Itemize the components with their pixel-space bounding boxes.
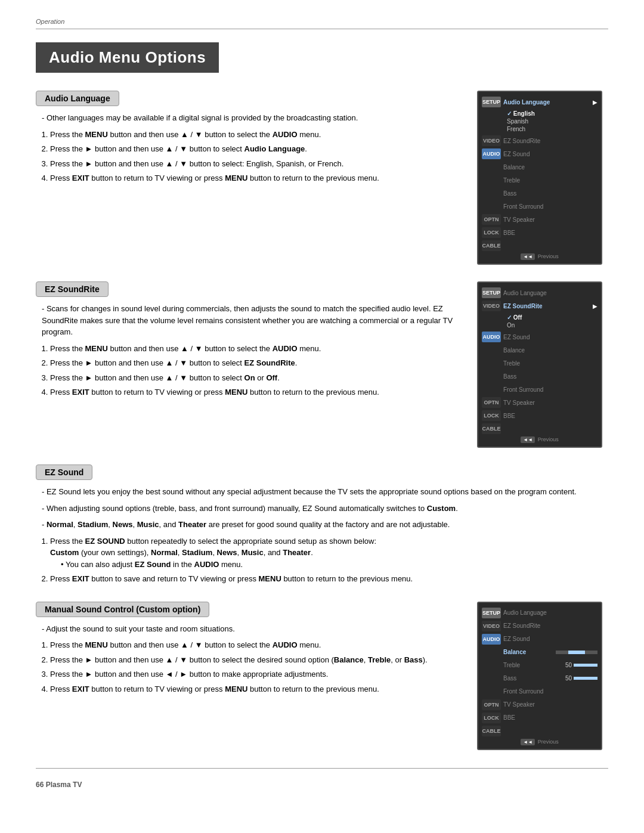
cable-icon: CABLE xyxy=(482,726,501,736)
tv-menu-value: 50 xyxy=(565,675,572,682)
tv-menu-label: EZ SoundRite xyxy=(503,303,589,309)
blank-icon xyxy=(482,358,501,368)
list-item: Press EXIT button to save and return to … xyxy=(50,573,608,585)
blank-icon xyxy=(482,162,501,172)
blank-icon xyxy=(482,371,501,382)
list-item: Press the ► button and then use ▲ / ▼ bu… xyxy=(50,372,459,384)
tv-menu-row: Balance xyxy=(478,160,601,174)
top-divider xyxy=(36,29,608,29)
tv-submenu-item: French xyxy=(507,125,535,133)
tv-menu-label: EZ SoundRite xyxy=(503,138,597,144)
prev-btn: ◄◄ xyxy=(521,739,535,745)
prev-btn: ◄◄ xyxy=(521,253,535,260)
tv-menu-row: CABLE xyxy=(478,422,601,435)
manual-sound-menu-image: SETUP Audio Language VIDEO EZ SoundRite … xyxy=(477,602,608,750)
ez-sound-bullet-1: EZ Sound lets you enjoy the best sound w… xyxy=(42,486,608,498)
tv-menu-label: TV Speaker xyxy=(503,400,597,406)
tv-menu-row: OPTN TV Speaker xyxy=(478,396,601,409)
tv-menu-row: SETUP Audio Language xyxy=(478,606,601,620)
audio-language-steps: Press the MENU button and then use ▲ / ▼… xyxy=(48,129,459,184)
tv-menu-label: Balance xyxy=(503,164,597,171)
tv-menu-row: Treble xyxy=(478,357,601,370)
tv-prev: ◄◄ Previous xyxy=(478,435,601,443)
list-item: Press EXIT button to return to TV viewin… xyxy=(50,683,459,695)
ez-soundrite-section: EZ SoundRite Scans for changes in sound … xyxy=(36,281,608,448)
tv-menu-value: ▶ xyxy=(593,99,597,106)
video-icon: VIDEO xyxy=(482,301,501,311)
ez-soundrite-content: EZ SoundRite Scans for changes in sound … xyxy=(36,281,459,448)
ez-sound-steps: Press the EZ SOUND button repeatedly to … xyxy=(48,535,608,585)
blank-icon xyxy=(482,686,501,697)
tv-submenu-item: On xyxy=(507,321,522,329)
manual-sound-heading: Manual Sound Control (Custom option) xyxy=(36,602,209,617)
tv-menu-row: OPTN TV Speaker xyxy=(478,698,601,711)
blank-icon xyxy=(482,647,501,658)
footer-page: 66 Plasma TV xyxy=(36,781,82,789)
tv-menu-row: AUDIO EZ Sound xyxy=(478,330,601,343)
audio-icon: AUDIO xyxy=(482,332,501,342)
sub-bullet: You can also adjust EZ Sound in the AUDI… xyxy=(61,559,608,571)
prev-btn: ◄◄ xyxy=(521,436,535,443)
video-icon: VIDEO xyxy=(482,135,501,146)
blank-icon xyxy=(482,188,501,199)
bottom-divider xyxy=(36,768,608,769)
balance-bar xyxy=(556,651,597,654)
blank-icon xyxy=(482,673,501,684)
tv-menu-label: BBE xyxy=(503,413,597,419)
tv-menu-row: Front Surround xyxy=(478,200,601,213)
ez-soundrite-steps: Press the MENU button and then use ▲ / ▼… xyxy=(48,343,459,398)
ez-sound-bullet-3: Normal, Stadium, News, Music, and Theate… xyxy=(42,519,608,531)
ez-sound-section: EZ Sound EZ Sound lets you enjoy the bes… xyxy=(36,465,608,585)
footer-label: 66 Plasma TV xyxy=(36,781,608,789)
setup-icon: SETUP xyxy=(482,97,501,107)
list-item: Press the ► button and then use ▲ / ▼ bu… xyxy=(50,158,459,170)
ez-soundrite-heading: EZ SoundRite xyxy=(36,281,109,297)
tv-menu-label: Balance xyxy=(503,649,553,655)
video-icon: VIDEO xyxy=(482,621,501,631)
tv-menu-row: LOCK BBE xyxy=(478,409,601,422)
tv-prev: ◄◄ Previous xyxy=(478,738,601,745)
tv-submenu: Off On xyxy=(507,314,522,329)
list-item: Press the EZ SOUND button repeatedly to … xyxy=(50,535,608,571)
list-item: Press EXIT button to return to TV viewin… xyxy=(50,386,459,398)
tv-menu-1: SETUP Audio Language ▶ English Spanish F… xyxy=(477,91,602,265)
tv-submenu: English Spanish French xyxy=(507,110,535,133)
tv-menu-label: Front Surround xyxy=(503,386,597,393)
list-item: Press the MENU button and then use ▲ / ▼… xyxy=(50,129,459,141)
tv-menu-label: TV Speaker xyxy=(503,216,597,223)
tv-menu-row: Bass 50 xyxy=(478,672,601,685)
list-item: Press the ► button and then use ▲ / ▼ bu… xyxy=(50,654,459,666)
tv-menu-row: SETUP Audio Language ▶ xyxy=(478,95,601,109)
treble-bar xyxy=(574,664,597,667)
audio-language-content: Audio Language Other languages may be av… xyxy=(36,91,459,265)
manual-sound-intro: Adjust the sound to suit your taste and … xyxy=(42,623,459,635)
tv-menu-row: LOCK BBE xyxy=(478,711,601,724)
tv-menu-row: VIDEO EZ SoundRite ▶ xyxy=(478,299,601,312)
manual-sound-steps: Press the MENU button and then use ▲ / ▼… xyxy=(48,639,459,695)
blank-icon xyxy=(482,384,501,395)
tv-menu-row: VIDEO EZ SoundRite xyxy=(478,134,601,147)
audio-icon: AUDIO xyxy=(482,634,501,645)
blank-icon xyxy=(482,201,501,212)
tv-menu-row: VIDEO EZ SoundRite xyxy=(478,620,601,633)
page-title: Audio Menu Options xyxy=(36,42,219,73)
tv-menu-3: SETUP Audio Language VIDEO EZ SoundRite … xyxy=(477,602,602,750)
audio-language-menu-image: SETUP Audio Language ▶ English Spanish F… xyxy=(477,91,608,265)
tv-menu-row: Front Surround xyxy=(478,383,601,396)
option-icon: OPTN xyxy=(482,397,501,408)
tv-menu-row: SETUP Audio Language xyxy=(478,286,601,299)
tv-menu-label: Treble xyxy=(503,360,597,367)
option-icon: OPTN xyxy=(482,214,501,225)
cable-icon: CABLE xyxy=(482,240,501,251)
list-item: Press the ► button and then use ◄ / ► bu… xyxy=(50,668,459,680)
tv-menu-label: Bass xyxy=(503,190,597,197)
tv-menu-label: BBE xyxy=(503,714,597,721)
tv-menu-label: EZ Sound xyxy=(503,151,597,157)
list-item: Press the MENU button and then use ▲ / ▼… xyxy=(50,639,459,651)
manual-sound-section: Manual Sound Control (Custom option) Adj… xyxy=(36,602,608,750)
ez-sound-heading: EZ Sound xyxy=(36,465,92,480)
tv-menu-label: EZ Sound xyxy=(503,636,597,642)
bass-bar xyxy=(574,677,597,680)
blank-icon xyxy=(482,660,501,671)
page: Operation Audio Menu Options Audio Langu… xyxy=(0,0,644,833)
